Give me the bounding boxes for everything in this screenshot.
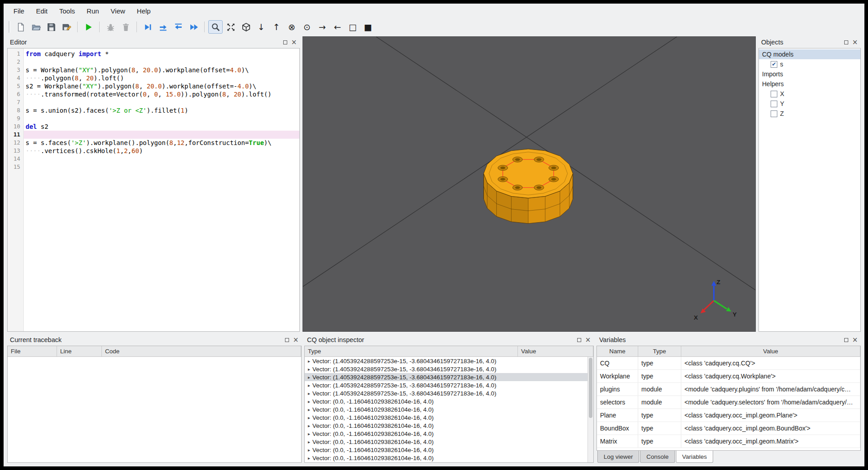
undock-button[interactable]: [574, 335, 583, 344]
close-button[interactable]: ×: [850, 335, 859, 344]
continue-icon[interactable]: [186, 20, 201, 34]
render-icon[interactable]: [81, 20, 96, 34]
expand-arrow-icon[interactable]: ▸: [308, 431, 310, 436]
variable-row-boundbox[interactable]: BoundBoxtype<class 'cadquery.occ_impl.ge…: [597, 422, 860, 435]
expand-arrow-icon[interactable]: ▸: [308, 391, 310, 396]
front-view-icon[interactable]: ⊗: [285, 20, 299, 34]
column-header-value[interactable]: Value: [681, 346, 860, 356]
fit-view-icon[interactable]: [224, 20, 238, 34]
step-icon[interactable]: [140, 20, 155, 34]
checkbox-z[interactable]: [771, 110, 777, 117]
checkbox-s[interactable]: ✔: [771, 61, 777, 68]
expand-arrow-icon[interactable]: ▸: [308, 407, 310, 412]
menu-item-edit[interactable]: Edit: [31, 5, 53, 17]
menu-item-tools[interactable]: Tools: [54, 5, 80, 17]
variable-row-plugins[interactable]: pluginsmodule<module 'cadquery.plugins' …: [597, 383, 860, 396]
right-view-icon[interactable]: →: [315, 20, 329, 34]
tab-variables[interactable]: Variables: [676, 451, 713, 463]
magnifier-icon[interactable]: [208, 20, 223, 34]
shaded-view-icon[interactable]: ■: [361, 20, 375, 34]
tree-item-cq-models[interactable]: CQ models: [759, 49, 860, 59]
inspector-row[interactable]: ▸Vector: (1.4053924288597253e-15, -3.680…: [305, 365, 587, 373]
inspector-row[interactable]: ▸Vector: (0.0, -1.1604610293826104e-16, …: [305, 405, 587, 413]
inspector-row[interactable]: ▸Vector: (0.0, -1.1604610293826104e-16, …: [305, 454, 587, 462]
checkbox-x[interactable]: [771, 91, 777, 97]
inspector-row[interactable]: ▸Vector: (1.4053924288597253e-15, -3.680…: [305, 357, 587, 365]
tree-item-y[interactable]: Y: [759, 99, 860, 109]
variable-row-cq[interactable]: CQtype<class 'cadquery.cq.CQ'>: [597, 357, 860, 370]
viewport-3d[interactable]: X Y Z: [302, 36, 756, 332]
top-view-icon[interactable]: ↑: [269, 20, 284, 34]
left-view-icon[interactable]: ←: [330, 20, 345, 34]
variable-row-workplane[interactable]: Workplanetype<class 'cadquery.cq.Workpla…: [597, 370, 860, 383]
tree-item-helpers[interactable]: Helpers: [759, 79, 860, 89]
undock-button[interactable]: [282, 335, 291, 344]
inspector-row[interactable]: ▸Vector: (1.4053924288597253e-15, -3.680…: [305, 389, 587, 397]
save-icon[interactable]: [44, 20, 58, 34]
column-header-line[interactable]: Line: [57, 346, 102, 356]
tab-console[interactable]: Console: [640, 451, 675, 463]
debug-icon[interactable]: [103, 20, 118, 34]
close-button[interactable]: ×: [289, 38, 298, 47]
menu-item-file[interactable]: File: [8, 5, 30, 17]
inspector-row[interactable]: ▸Vector: (0.0, -1.1604610293826104e-16, …: [305, 446, 587, 454]
tree-item-z[interactable]: Z: [759, 109, 860, 119]
delete-icon[interactable]: [118, 20, 133, 34]
tree-item-s[interactable]: ✔s: [759, 59, 860, 69]
undock-button[interactable]: [842, 38, 850, 47]
column-header-code[interactable]: Code: [102, 346, 301, 356]
column-header-name[interactable]: Name: [597, 346, 638, 356]
close-button[interactable]: ×: [850, 38, 859, 47]
inspector-row[interactable]: ▸Vector: (1.4053924288597253e-15, -3.680…: [305, 381, 587, 389]
tree-item-x[interactable]: X: [759, 89, 860, 99]
variable-row-matrix[interactable]: Matrixtype<class 'cadquery.occ_impl.geom…: [597, 435, 860, 448]
expand-arrow-icon[interactable]: ▸: [308, 359, 310, 364]
undock-button[interactable]: [281, 38, 289, 47]
column-header-value[interactable]: Value: [518, 346, 593, 356]
save-as-icon[interactable]: [59, 20, 74, 34]
column-header-type[interactable]: Type: [638, 346, 681, 356]
column-header-type[interactable]: Type: [305, 346, 518, 356]
checkbox-y[interactable]: [771, 101, 777, 107]
back-view-icon[interactable]: ⊙: [300, 20, 314, 34]
inspector-row[interactable]: ▸Vector: (0.0, -1.1604610293826104e-16, …: [305, 430, 587, 438]
step-return-icon[interactable]: [171, 20, 185, 34]
variable-row-plane[interactable]: Planetype<class 'cadquery.occ_impl.geom.…: [597, 409, 860, 422]
scrollbar-thumb[interactable]: [589, 358, 592, 418]
menu-item-view[interactable]: View: [105, 5, 131, 17]
open-folder-icon[interactable]: [29, 20, 43, 34]
expand-arrow-icon[interactable]: ▸: [308, 367, 310, 372]
tree-item-imports[interactable]: Imports: [759, 69, 860, 79]
variable-row-selectors[interactable]: selectorsmodule<module 'cadquery.selecto…: [597, 396, 860, 409]
close-button[interactable]: ×: [291, 335, 300, 344]
inspector-row[interactable]: ▸Vector: (1.4053924288597253e-15, -3.680…: [305, 373, 587, 381]
undock-button[interactable]: [842, 335, 850, 344]
inspector-row[interactable]: ▸Vector: (0.0, -1.1604610293826104e-16, …: [305, 413, 587, 422]
toolbar-handle[interactable]: [9, 21, 10, 33]
wireframe-view-icon[interactable]: □: [346, 20, 360, 34]
iso-view-icon[interactable]: [239, 20, 253, 34]
vertical-scrollbar[interactable]: [587, 357, 593, 462]
expand-arrow-icon[interactable]: ▸: [308, 448, 310, 452]
expand-arrow-icon[interactable]: ▸: [308, 439, 310, 444]
editor-code[interactable]: from cadquery import *s = Workplane("XY"…: [24, 48, 299, 331]
code-editor[interactable]: 123456789101112131415 from cadquery impo…: [7, 48, 300, 332]
expand-arrow-icon[interactable]: ▸: [308, 415, 310, 420]
step-into-icon[interactable]: [156, 20, 170, 34]
inspector-row[interactable]: ▸Vector: (0.0, -1.1604610293826104e-16, …: [305, 422, 587, 430]
y-axis-label: Y: [732, 311, 736, 318]
inspector-row[interactable]: ▸Vector: (0.0, -1.1604610293826104e-16, …: [305, 397, 587, 405]
expand-arrow-icon[interactable]: ▸: [308, 423, 310, 428]
menu-item-run[interactable]: Run: [81, 5, 105, 17]
expand-arrow-icon[interactable]: ▸: [308, 375, 310, 380]
new-document-icon[interactable]: [13, 20, 28, 34]
tab-log-viewer[interactable]: Log viewer: [597, 451, 639, 463]
column-header-file[interactable]: File: [8, 346, 57, 356]
close-button[interactable]: ×: [583, 335, 592, 344]
expand-arrow-icon[interactable]: ▸: [308, 399, 310, 404]
expand-arrow-icon[interactable]: ▸: [308, 383, 310, 388]
expand-arrow-icon[interactable]: ▸: [308, 456, 310, 461]
inspector-row[interactable]: ▸Vector: (0.0, -1.1604610293826104e-16, …: [305, 438, 587, 446]
bottom-view-icon[interactable]: ↓: [254, 20, 268, 34]
menu-item-help[interactable]: Help: [132, 5, 156, 17]
